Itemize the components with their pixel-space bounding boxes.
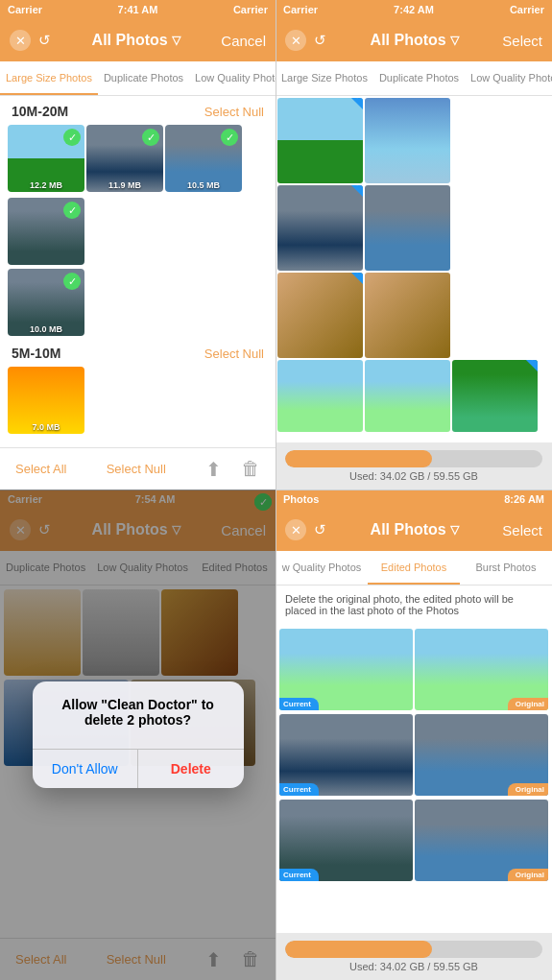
share-icon-tl[interactable]: ⬆: [205, 458, 222, 481]
navbar-title-tr: All Photos ▽: [371, 32, 459, 49]
close-btn-br[interactable]: ✕: [285, 519, 306, 540]
status-bar-br: Photos 8:26 AM Photos: [276, 490, 552, 509]
photo-10mb-container: ✓ 10.0 MB: [0, 267, 276, 338]
best-badge-9: Best: [513, 360, 538, 372]
progress-br: 57.13% Used: 34.02 GB / 59.55 GB: [276, 933, 552, 980]
tab-tr-dup[interactable]: Duplicate Photos: [373, 61, 465, 95]
pair-3-current[interactable]: Current: [279, 800, 413, 881]
tab-large-size[interactable]: Large Size Photos: [0, 61, 98, 95]
photos-10m-row: ✓ 12.2 MB ✓ 11.9 MB ✓ 10.5 MB: [0, 123, 276, 194]
size-7mb: 7.0 MB: [8, 422, 84, 432]
tab-br-quality[interactable]: w Quality Photos: [276, 551, 368, 585]
photos-10m-row2: ✓: [0, 196, 276, 267]
section-5m-10m: 5M-10M Select Null: [0, 338, 276, 365]
delete-button[interactable]: Delete: [138, 750, 244, 788]
edited-pairs: Current Original Current Original Curren…: [276, 624, 552, 888]
check-10mb: ✓: [63, 273, 81, 290]
select-null-10m[interactable]: Select Null: [204, 105, 264, 119]
pair-1-current[interactable]: Current: [279, 629, 413, 710]
edited-description: Delete the original photo, the edited ph…: [276, 586, 552, 624]
select-null-tl[interactable]: Select Null: [107, 462, 166, 476]
grid-photo-5[interactable]: Best: [277, 273, 363, 358]
tabs-top-left: Large Size Photos Duplicate Photos Low Q…: [0, 61, 276, 96]
grid-photo-8[interactable]: [365, 360, 450, 432]
current-badge-1: Current: [279, 698, 319, 710]
tab-duplicate[interactable]: Duplicate Photos: [98, 61, 189, 95]
section-title-5m: 5M-10M: [12, 346, 60, 361]
pair-2: Current Original: [277, 713, 550, 797]
check-1: ✓: [63, 129, 81, 146]
pair-2-original[interactable]: Original: [415, 714, 548, 796]
pair-3: Current Original: [277, 799, 550, 882]
grid-photo-1[interactable]: Best: [277, 98, 363, 183]
signal-tr: Carrier: [510, 4, 544, 15]
photo-7mb-container: 7.0 MB: [0, 365, 276, 436]
section-title-10m: 10M-20M: [12, 104, 68, 119]
size-10mb: 10.0 MB: [8, 324, 84, 334]
bottom-toolbar-tl: Select All Select Null ⬆ 🗑: [0, 447, 276, 490]
carrier-br: Photos: [283, 493, 319, 505]
tab-br-edited[interactable]: Edited Photos: [368, 551, 460, 585]
delete-icon-tl[interactable]: 🗑: [241, 458, 260, 481]
progress-fill-br: [285, 941, 432, 958]
pair-1-original[interactable]: Original: [415, 629, 548, 710]
check-2: ✓: [142, 129, 159, 146]
grid-photo-4[interactable]: [365, 185, 450, 271]
toolbar-icons-tl: ⬆ 🗑: [205, 458, 260, 481]
status-bar-top-right: Carrier 7:42 AM Carrier: [276, 0, 552, 19]
select-btn-br[interactable]: Select: [502, 522, 542, 538]
navbar-title-tl: All Photos ▽: [92, 32, 180, 49]
navbar-title-br: All Photos ▽: [371, 521, 459, 538]
grid-photo-2[interactable]: [365, 98, 450, 183]
time-br: 8:26 AM: [504, 493, 544, 505]
cancel-button-tl[interactable]: Cancel: [221, 33, 266, 49]
original-badge-1: Original: [508, 698, 548, 710]
progress-tr: 57.13% Used: 34.02 GB / 59.55 GB: [276, 442, 552, 490]
select-all-tl[interactable]: Select All: [15, 462, 66, 476]
grid-photo-9[interactable]: Best: [452, 360, 538, 432]
status-bar-top-left: Carrier 7:41 AM Carrier: [0, 0, 276, 19]
check-4: ✓: [63, 202, 81, 219]
tab-low-quality[interactable]: Low Quality Photos: [189, 61, 276, 95]
dialog-title: Allow "Clean Doctor" to delete 2 photos?: [48, 697, 228, 728]
photo-thumb-2[interactable]: ✓ 11.9 MB: [86, 125, 163, 192]
progress-fill-tr: [285, 450, 432, 467]
dialog-content: Allow "Clean Doctor" to delete 2 photos?: [33, 681, 244, 749]
photo-thumb-10mb[interactable]: ✓ 10.0 MB: [8, 269, 84, 336]
photo-thumb-3[interactable]: ✓ 10.5 MB: [165, 125, 242, 192]
grid-photo-6[interactable]: [365, 273, 450, 358]
pair-2-current[interactable]: Current: [279, 714, 413, 796]
delete-dialog: Allow "Clean Doctor" to delete 2 photos?…: [33, 681, 244, 788]
select-null-5m[interactable]: Select Null: [204, 347, 264, 361]
refresh-btn-tr[interactable]: ↺: [314, 32, 326, 49]
size-1: 12.2 MB: [8, 180, 84, 190]
section-10m-20m: 10M-20M Select Null: [0, 96, 276, 123]
dont-allow-button[interactable]: Don't Allow: [33, 750, 139, 788]
grid-photo-7[interactable]: [277, 360, 363, 432]
tab-tr-low[interactable]: Low Quality Photos: [465, 61, 552, 95]
tab-br-burst[interactable]: Burst Photos: [460, 551, 552, 585]
photo-thumb-7mb[interactable]: 7.0 MB: [8, 367, 84, 434]
refresh-button-tl[interactable]: ↺: [38, 32, 51, 49]
size-3: 10.5 MB: [165, 180, 242, 190]
grid-photo-3[interactable]: Best: [277, 185, 363, 271]
best-badge-3: Best: [338, 185, 363, 198]
time-top-left: 7:41 AM: [118, 4, 158, 15]
storage-text-tr: Used: 34.02 GB / 59.55 GB: [285, 470, 542, 482]
progress-bar-tr: 57.13%: [285, 450, 542, 467]
current-badge-3: Current: [279, 869, 319, 881]
pair-1: Current Original: [277, 628, 550, 711]
check-3: ✓: [221, 129, 238, 146]
select-btn-tr[interactable]: Select: [502, 33, 542, 49]
close-btn-tr[interactable]: ✕: [285, 30, 306, 51]
pair-3-original[interactable]: Original: [415, 800, 548, 881]
progress-bar-br: 57.13%: [285, 941, 542, 958]
signal-right: Carrier: [233, 4, 268, 15]
navbar-br: ✕ ↺ All Photos ▽ Select: [276, 509, 552, 551]
tab-tr-large[interactable]: Large Size Photos: [276, 61, 373, 95]
refresh-btn-br[interactable]: ↺: [314, 521, 326, 538]
photo-thumb-4[interactable]: ✓: [8, 198, 84, 265]
storage-text-br: Used: 34.02 GB / 59.55 GB: [285, 961, 542, 972]
close-button-tl[interactable]: ✕: [10, 30, 31, 51]
photo-thumb-1[interactable]: ✓ 12.2 MB: [8, 125, 84, 192]
